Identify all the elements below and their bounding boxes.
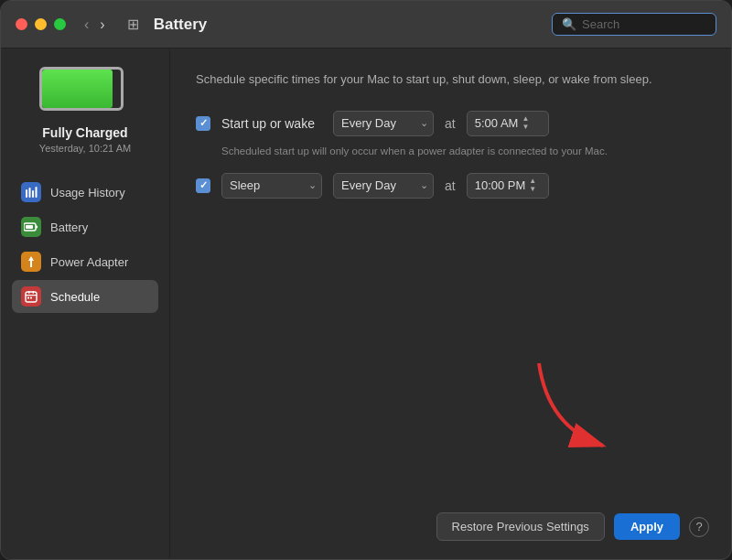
sidebar-nav: Usage History Battery [12, 176, 158, 313]
app-window: ‹ › ⊞ Battery 🔍 Fully Charged Yesterday,… [0, 0, 732, 560]
sidebar-label-battery: Battery [50, 221, 88, 234]
traffic-lights [16, 18, 66, 30]
startup-checkbox[interactable]: ✓ [196, 116, 210, 131]
startup-row: ✓ Start up or wake Every Day at 5:00 AM … [196, 111, 705, 136]
search-box[interactable]: 🔍 [552, 13, 716, 36]
sleep-checkbox[interactable]: ✓ [196, 178, 210, 193]
sleep-type-wrapper: Sleep [221, 173, 322, 199]
sidebar-label-schedule: Schedule [50, 290, 100, 304]
svg-rect-13 [30, 297, 32, 299]
sleep-frequency-wrapper: Every Day [333, 173, 434, 199]
close-button[interactable] [16, 18, 27, 30]
battery-body [39, 67, 124, 111]
svg-marker-7 [28, 256, 34, 267]
help-button[interactable]: ? [689, 517, 709, 537]
back-arrow[interactable]: ‹ [81, 15, 92, 35]
svg-rect-10 [33, 291, 35, 294]
startup-time-stepper[interactable]: 5:00 AM ▲ ▼ [467, 111, 549, 136]
content-description: Schedule specific times for your Mac to … [196, 70, 705, 89]
startup-note: Scheduled start up will only occur when … [221, 145, 705, 156]
bottom-bar: Restore Previous Settings Apply ? [436, 512, 709, 541]
sidebar-item-schedule[interactable]: Schedule [12, 280, 158, 313]
apply-button[interactable]: Apply [614, 513, 680, 540]
schedule-section: ✓ Start up or wake Every Day at 5:00 AM … [196, 111, 705, 199]
battery-nav-icon [21, 217, 41, 237]
svg-rect-9 [28, 291, 30, 294]
sidebar-item-usage-history[interactable]: Usage History [12, 176, 158, 209]
content-panel: Schedule specific times for your Mac to … [170, 48, 731, 559]
startup-decrement-icon[interactable]: ▼ [522, 124, 529, 131]
startup-stepper-arrows: ▲ ▼ [522, 115, 529, 131]
fullscreen-button[interactable] [54, 18, 66, 30]
window-title: Battery [154, 16, 541, 34]
sleep-time-value: 10:00 PM [475, 178, 526, 192]
svg-rect-1 [29, 188, 31, 198]
search-icon: 🔍 [562, 17, 576, 31]
sleep-check-icon: ✓ [199, 179, 208, 191]
svg-rect-5 [26, 225, 33, 229]
battery-icon-container [39, 67, 131, 114]
sleep-stepper-arrows: ▲ ▼ [529, 178, 536, 193]
grid-icon[interactable]: ⊞ [127, 16, 139, 33]
sidebar-label-usage-history: Usage History [50, 186, 125, 199]
schedule-icon [21, 286, 41, 307]
startup-frequency-select[interactable]: Every Day [333, 111, 434, 136]
startup-frequency-wrapper: Every Day [333, 111, 434, 136]
startup-increment-icon[interactable]: ▲ [522, 115, 529, 123]
device-time: Yesterday, 10:21 AM [39, 143, 131, 154]
startup-time-value: 5:00 AM [475, 116, 519, 130]
battery-fill [42, 70, 113, 108]
sleep-type-select[interactable]: Sleep [221, 173, 322, 199]
titlebar: ‹ › ⊞ Battery 🔍 [1, 1, 731, 48]
restore-button[interactable]: Restore Previous Settings [436, 512, 605, 541]
svg-rect-12 [27, 297, 29, 299]
check-icon: ✓ [199, 117, 208, 129]
sidebar-item-power-adapter[interactable]: Power Adapter [12, 245, 158, 278]
sleep-time-stepper[interactable]: 10:00 PM ▲ ▼ [467, 173, 549, 199]
power-adapter-icon [21, 252, 41, 272]
svg-rect-2 [32, 190, 34, 198]
svg-rect-6 [36, 226, 38, 229]
startup-at-label: at [445, 116, 456, 131]
sidebar-item-battery[interactable]: Battery [12, 210, 158, 243]
sleep-increment-icon[interactable]: ▲ [529, 178, 536, 185]
usage-history-icon [21, 182, 41, 202]
sleep-row: ✓ Sleep Every Day at 10:00 PM [196, 173, 705, 199]
minimize-button[interactable] [35, 18, 47, 30]
svg-rect-0 [26, 189, 27, 198]
search-input[interactable] [582, 17, 701, 31]
sleep-frequency-select[interactable]: Every Day [333, 173, 434, 199]
svg-rect-3 [36, 187, 38, 198]
sleep-decrement-icon[interactable]: ▼ [529, 186, 536, 193]
svg-rect-11 [26, 295, 37, 296]
sidebar: Fully Charged Yesterday, 10:21 AM Usage … [1, 48, 170, 559]
device-status: Fully Charged [42, 125, 127, 140]
sidebar-label-power-adapter: Power Adapter [50, 255, 128, 269]
main-content: Fully Charged Yesterday, 10:21 AM Usage … [1, 48, 731, 559]
forward-arrow[interactable]: › [96, 15, 108, 35]
sleep-at-label: at [445, 178, 456, 193]
red-arrow-indicator [521, 354, 630, 468]
nav-arrows: ‹ › [81, 15, 109, 35]
startup-label: Start up or wake [221, 116, 322, 131]
